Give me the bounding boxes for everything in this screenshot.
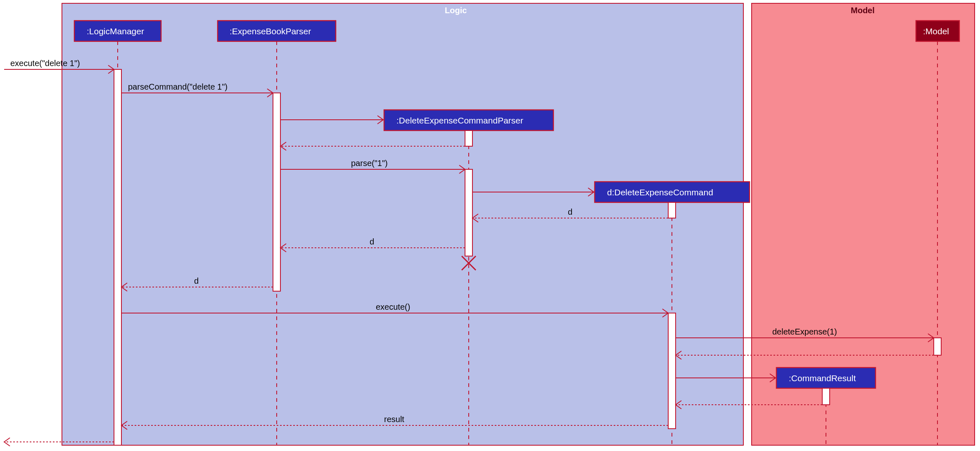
participant-model-label: :Model [923,26,949,36]
activation-expense-parser [273,93,280,291]
participant-delete-parser-label: :DeleteExpenseCommandParser [396,116,523,125]
frame-logic-title: Logic [445,6,467,15]
return-d-to-logic-label: d [194,276,199,285]
sequence-diagram: Logic Model :LogicManager :ExpenseBookPa… [0,0,980,451]
return-d-to-expense-parser-label: d [370,237,374,246]
activation-delete-cmd-exec [668,313,676,429]
activation-delete-cmd-create [668,202,676,218]
participant-expense-book-parser-label: :ExpenseBookParser [230,26,311,36]
frame-logic [62,3,743,445]
participant-command-result-label: :CommandResult [789,373,856,383]
activation-delete-parser-parse [465,169,472,256]
participant-delete-cmd-label: d:DeleteExpenseCommand [607,188,713,197]
activation-command-result [822,388,830,405]
frame-model-title: Model [851,6,875,15]
return-d-to-parser-label: d [568,207,572,216]
activation-model [934,338,941,355]
activation-delete-parser-create [465,131,472,146]
msg-delete-expense-label: deleteExpense(1) [772,327,837,336]
msg-execute-delete-label: execute("delete 1") [10,59,80,68]
msg-parse-command-label: parseCommand("delete 1") [128,82,228,91]
msg-parse-one-label: parse("1") [351,159,388,168]
return-result-label: result [384,415,404,424]
activation-logic-manager [114,69,121,445]
participant-logic-manager-label: :LogicManager [87,26,144,36]
msg-execute-cmd-label: execute() [376,302,410,311]
